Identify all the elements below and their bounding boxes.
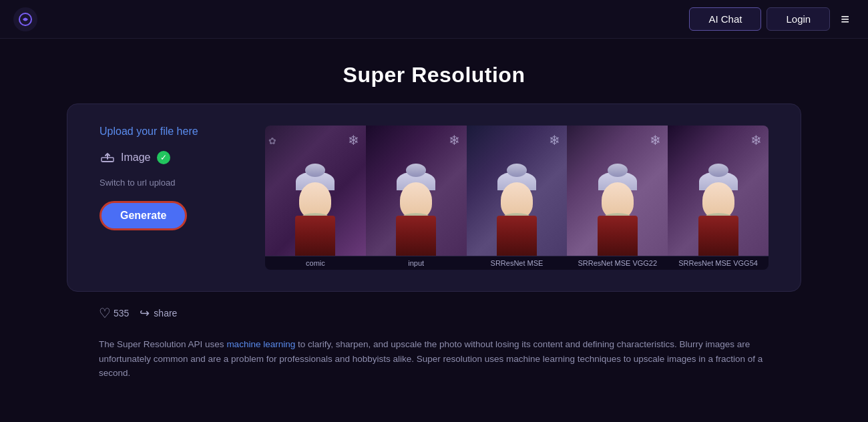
- decoration-snowflake-3: ❄: [549, 132, 560, 148]
- share-button[interactable]: ↪ share: [140, 306, 177, 321]
- image-label-comic: comic: [265, 256, 366, 270]
- upload-icon-area: Image: [99, 148, 150, 167]
- action-bar: ♡ 535 ↪ share: [67, 305, 801, 321]
- share-label: share: [154, 308, 177, 319]
- image-cell-srresnet-vgg54: ❄: [668, 126, 769, 256]
- navbar-left: [13, 7, 37, 31]
- switch-url-link[interactable]: Switch to url upload: [99, 178, 175, 188]
- main-card: Upload your file here Image ✓ Switch to …: [67, 103, 801, 292]
- image-strip-container: ❄ ✿ ❄: [265, 126, 769, 270]
- like-button[interactable]: ♡ 535: [99, 305, 129, 321]
- like-count: 535: [114, 308, 129, 319]
- image-label-srresnet-mse: SRResNet MSE: [467, 256, 568, 270]
- hamburger-menu-button[interactable]: ≡: [835, 8, 855, 31]
- image-labels-row: comic input SRResNet MSE SRResNet MSE VG…: [265, 256, 769, 270]
- logo-icon[interactable]: [13, 7, 37, 31]
- figure-body-2: [393, 182, 439, 256]
- page-title-section: Super Resolution: [0, 39, 868, 103]
- image-label-srresnet-vgg54: SRResNet MSE VGG54: [668, 256, 769, 270]
- image-label-input: input: [366, 256, 467, 270]
- navbar: AI Chat Login ≡: [0, 0, 868, 39]
- description-section: The Super Resolution API uses machine le…: [67, 337, 801, 381]
- figure-clothes-2: [396, 216, 436, 256]
- left-panel: Upload your file here Image ✓ Switch to …: [99, 126, 233, 230]
- right-panel: ❄ ✿ ❄: [265, 126, 769, 270]
- image-button-label[interactable]: Image: [121, 152, 150, 164]
- description-text: The Super Resolution API uses machine le…: [99, 337, 769, 381]
- figure-body-1: [292, 182, 339, 256]
- ml-link[interactable]: machine learning: [226, 339, 295, 349]
- upload-icon: [99, 148, 116, 167]
- figure-body-4: [594, 182, 641, 256]
- heart-icon: ♡: [99, 305, 111, 321]
- figure-clothes-1: [295, 216, 335, 256]
- check-badge: ✓: [157, 151, 170, 164]
- decoration-snowflake-2: ❄: [449, 132, 460, 148]
- image-strip: ❄ ✿ ❄: [265, 126, 769, 256]
- decoration-snowflake: ❄: [348, 132, 359, 148]
- decoration-snowflake-4: ❄: [650, 132, 661, 148]
- image-label-srresnet-vgg22: SRResNet MSE VGG22: [567, 256, 668, 270]
- upload-label: Upload your file here: [99, 126, 198, 138]
- image-cell-comic: ❄ ✿: [265, 126, 366, 256]
- decoration-snowflake-5: ❄: [750, 132, 762, 148]
- figure-clothes-3: [497, 216, 537, 256]
- image-cell-input: ❄: [366, 126, 467, 256]
- figure-body-3: [493, 182, 540, 256]
- login-button[interactable]: Login: [767, 7, 830, 31]
- page-title: Super Resolution: [0, 63, 868, 87]
- figure-clothes-5: [698, 216, 738, 256]
- ai-chat-button[interactable]: AI Chat: [689, 7, 761, 31]
- image-cell-srresnet-vgg22: ❄: [567, 126, 668, 256]
- figure-clothes-4: [598, 216, 638, 256]
- figure-body-5: [695, 182, 742, 256]
- check-icon: ✓: [160, 153, 167, 162]
- description-text-before: The Super Resolution API uses: [99, 339, 226, 349]
- decoration-flower: ✿: [268, 136, 276, 146]
- image-cell-srresnet-mse: ❄: [467, 126, 568, 256]
- navbar-right: AI Chat Login ≡: [689, 7, 855, 31]
- share-icon: ↪: [140, 306, 150, 321]
- upload-row: Image ✓: [99, 148, 170, 167]
- generate-button[interactable]: Generate: [99, 201, 187, 230]
